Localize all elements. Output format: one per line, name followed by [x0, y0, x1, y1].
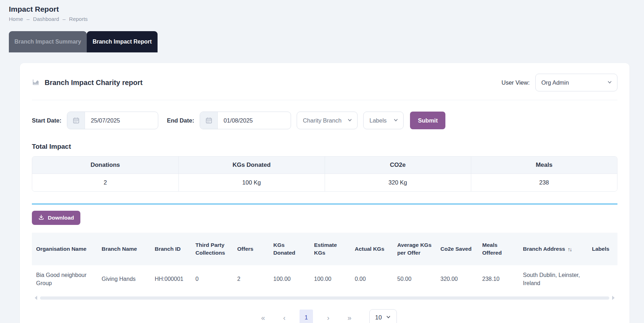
download-icon: [38, 214, 44, 222]
report-card: Branch Impact Charity report User View: …: [20, 63, 629, 323]
cell-kgs-donated: 100.00: [269, 265, 310, 293]
breadcrumb: Home – Dashboard – Reports: [9, 16, 644, 22]
area-chart-icon: [32, 78, 40, 87]
column-branch-address[interactable]: Branch Address ↑↓: [519, 233, 588, 265]
cell-third-party-collections: 0: [191, 265, 233, 293]
column-branch-address-label: Branch Address: [523, 245, 565, 253]
table-row: Bia Good neighbour Group Giving Hands HH…: [32, 265, 617, 293]
calendar-icon[interactable]: [200, 112, 218, 129]
end-date-label: End Date:: [167, 117, 194, 124]
breadcrumb-dashboard[interactable]: Dashboard: [33, 16, 59, 22]
column-offers: Offers: [233, 233, 269, 265]
user-view-select[interactable]: Org Admin: [535, 74, 617, 91]
tab-branch-impact-summary[interactable]: Branch Impact Summary: [9, 31, 87, 52]
results-table: Organisation Name Branch Name Branch ID …: [32, 233, 617, 293]
column-third-party-collections: Third Party Collections: [191, 233, 233, 265]
current-page-button[interactable]: 1: [300, 310, 313, 323]
next-page-button[interactable]: ›: [322, 314, 334, 322]
page-size-value: 10: [375, 314, 382, 321]
submit-button[interactable]: Submit: [410, 112, 445, 129]
breadcrumb-home[interactable]: Home: [9, 16, 23, 22]
column-labels: Labels: [588, 233, 617, 265]
total-impact-values-row: 2 100 Kg 320 Kg 238: [32, 174, 617, 191]
user-view-label: User View:: [502, 79, 530, 86]
total-impact-value: 238: [471, 174, 617, 191]
column-co2e-saved: Co2e Saved: [436, 233, 478, 265]
total-impact-column: Meals: [471, 157, 617, 174]
column-actual-kgs: Actual KGs: [351, 233, 393, 265]
start-date-label: Start Date:: [32, 117, 61, 124]
previous-page-button[interactable]: ‹: [278, 314, 290, 322]
column-branch-name: Branch Name: [97, 233, 150, 265]
user-view-selected: Org Admin: [541, 79, 569, 86]
column-branch-id: Branch ID: [150, 233, 191, 265]
start-date-input[interactable]: [85, 112, 158, 129]
charity-branch-selected: Charity Branch: [303, 117, 341, 124]
total-impact-value: 2: [32, 174, 178, 191]
scroll-right-icon[interactable]: [612, 296, 615, 300]
tab-bar: Branch Impact Summary Branch Impact Repo…: [9, 31, 644, 52]
download-label: Download: [48, 215, 74, 221]
chevron-down-icon: [347, 117, 352, 124]
cell-estimate-kgs: 100.00: [310, 265, 351, 293]
cell-labels: [588, 265, 617, 293]
total-impact-table: Donations KGs Donated CO2e Meals 2 100 K…: [32, 156, 617, 192]
cell-average-kgs-per-offer: 50.00: [393, 265, 436, 293]
total-impact-column: CO2e: [325, 157, 471, 174]
total-impact-value: 320 Kg: [325, 174, 471, 191]
cell-offers: 2: [233, 265, 269, 293]
charity-branch-select[interactable]: Charity Branch: [297, 112, 358, 129]
cell-actual-kgs: 0.00: [351, 265, 393, 293]
chevron-down-icon: [607, 79, 612, 86]
column-estimate-kgs: Estimate KGs: [310, 233, 351, 265]
calendar-icon[interactable]: [67, 112, 85, 129]
chevron-down-icon: [386, 314, 391, 321]
section-divider: [32, 204, 617, 204]
page-header: Impact Report Home – Dashboard – Reports: [0, 0, 644, 22]
horizontal-scrollbar: [32, 296, 617, 300]
cell-branch-name: Giving Hands: [97, 265, 150, 293]
filter-row: Start Date: End Date:: [32, 112, 617, 129]
card-title: Branch Impact Charity report: [45, 79, 143, 87]
page-title: Impact Report: [9, 5, 644, 13]
column-organisation-name: Organisation Name: [32, 233, 97, 265]
labels-select[interactable]: Labels: [363, 112, 404, 129]
start-date-group: [67, 112, 158, 129]
total-impact-column: Donations: [32, 157, 178, 174]
breadcrumb-separator: –: [63, 16, 65, 22]
results-table-wrapper: Organisation Name Branch Name Branch ID …: [32, 233, 617, 293]
cell-branch-address: South Dublin, Leinster, Ireland: [519, 265, 588, 293]
total-impact-column: KGs Donated: [178, 157, 325, 174]
column-meals-offered: Meals Offered: [478, 233, 519, 265]
pagination: « ‹ 1 › » 10: [32, 309, 617, 323]
breadcrumb-separator: –: [27, 16, 29, 22]
breadcrumb-reports[interactable]: Reports: [69, 16, 88, 22]
last-page-button[interactable]: »: [343, 314, 355, 322]
cell-branch-id: HH:000001: [150, 265, 191, 293]
cell-co2e-saved: 320.00: [436, 265, 478, 293]
column-average-kgs-per-offer: Average KGs per Offer: [393, 233, 436, 265]
total-impact-heading: Total Impact: [32, 143, 617, 151]
end-date-input[interactable]: [218, 112, 291, 129]
cell-organisation-name: Bia Good neighbour Group: [32, 265, 97, 293]
chevron-down-icon: [393, 117, 398, 124]
scrollbar-thumb[interactable]: [40, 296, 609, 300]
column-kgs-donated: KGs Donated: [269, 233, 310, 265]
card-header: Branch Impact Charity report User View: …: [32, 63, 617, 100]
tab-branch-impact-report[interactable]: Branch Impact Report: [87, 31, 158, 52]
sort-icon[interactable]: ↑↓: [568, 245, 571, 253]
labels-selected: Labels: [369, 117, 387, 124]
total-impact-value: 100 Kg: [178, 174, 325, 191]
cell-meals-offered: 238.10: [478, 265, 519, 293]
download-button[interactable]: Download: [32, 211, 80, 225]
scroll-left-icon[interactable]: [35, 296, 37, 300]
page-size-select[interactable]: 10: [369, 309, 397, 323]
first-page-button[interactable]: «: [257, 314, 269, 322]
end-date-group: [200, 112, 291, 129]
results-header-row: Organisation Name Branch Name Branch ID …: [32, 233, 617, 265]
